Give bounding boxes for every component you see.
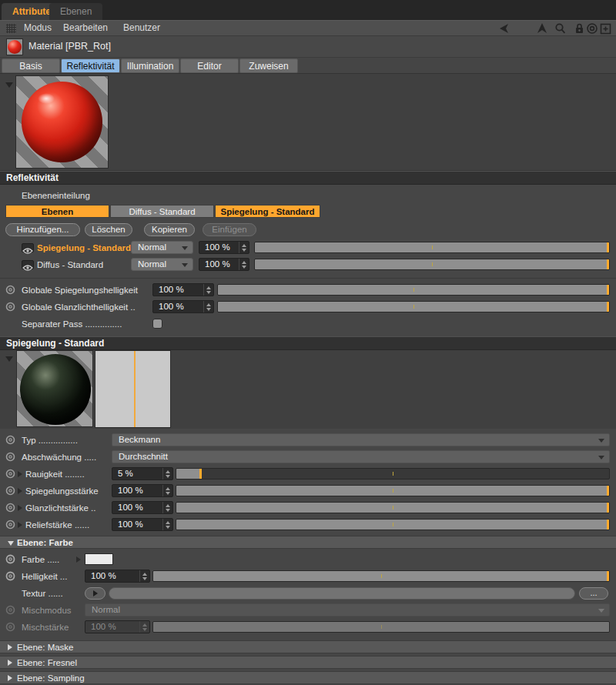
stepper-arrows-icon[interactable] — [162, 502, 172, 513]
tab-ebenen[interactable]: Ebenen — [49, 3, 102, 20]
blend-mode-dropdown[interactable]: Normal — [131, 241, 193, 254]
material-preview-image[interactable] — [15, 75, 109, 169]
expand-arrow-icon[interactable] — [18, 471, 22, 477]
keyframe-dot-icon[interactable] — [5, 486, 15, 496]
segment-diffus[interactable]: Diffus - Standard — [110, 205, 214, 218]
expand-arrow-icon[interactable] — [18, 505, 22, 511]
texture-browse-button[interactable]: ... — [579, 587, 608, 600]
tab-editor[interactable]: Editor — [180, 58, 239, 73]
blend-strength-slider[interactable] — [152, 621, 610, 633]
color-swatch[interactable] — [85, 553, 113, 565]
paste-layer-button[interactable]: Einfügen — [203, 223, 256, 236]
layer-opacity-stepper[interactable]: 100 % — [199, 258, 249, 271]
layer-name[interactable]: Diffus - Standard — [37, 259, 103, 271]
type-value: Beckmann — [119, 435, 160, 444]
stepper-arrows-icon[interactable] — [203, 301, 213, 312]
attenuation-dropdown[interactable]: Durchschnitt — [112, 450, 610, 463]
section-ebene-maske[interactable]: Ebene: Maske — [0, 640, 616, 653]
global-specular-slider[interactable] — [217, 284, 610, 296]
highlight-strength-stepper[interactable]: 100 % — [112, 501, 173, 514]
layer-opacity-slider[interactable] — [254, 259, 610, 270]
back-arrow-icon[interactable] — [497, 22, 511, 38]
stepper-arrows-icon[interactable] — [162, 485, 172, 496]
blend-mode-dropdown[interactable]: Normal — [131, 258, 193, 271]
blend-mode-value: Normal — [138, 242, 166, 252]
keyframe-dot-icon[interactable] — [5, 622, 15, 632]
keyframe-dot-icon[interactable] — [5, 605, 15, 615]
specular-strength-stepper[interactable]: 100 % — [112, 484, 173, 497]
attribute-manager-panel: Attribute Ebenen Modus Bearbeiten Benutz… — [0, 0, 616, 685]
keyframe-dot-icon[interactable] — [5, 520, 15, 530]
bump-strength-stepper[interactable]: 100 % — [112, 518, 173, 531]
keyframe-dot-icon[interactable] — [5, 571, 15, 581]
keyframe-dot-icon[interactable] — [5, 302, 15, 312]
roughness-value: 5 % — [118, 469, 133, 478]
add-box-icon[interactable] — [600, 22, 611, 38]
texture-path-field[interactable] — [109, 587, 575, 600]
add-layer-button[interactable]: Hinzufügen... — [5, 223, 80, 236]
bump-strength-row: Reliefstärke ...... 100 % — [0, 516, 616, 533]
forward-arrow-icon[interactable] — [537, 22, 547, 38]
menu-bearbeiten[interactable]: Bearbeiten — [63, 21, 108, 35]
target-icon[interactable] — [586, 22, 598, 38]
tab-illumination[interactable]: Illumination — [121, 58, 179, 73]
global-highlight-stepper[interactable]: 100 % — [152, 300, 214, 313]
stepper-arrows-icon[interactable] — [162, 468, 172, 480]
menu-modus[interactable]: Modus — [24, 21, 52, 35]
separate-pass-checkbox[interactable] — [152, 319, 162, 329]
highlight-strength-slider[interactable] — [176, 502, 610, 513]
type-label: Typ ................ — [22, 434, 78, 446]
section-ebene-farbe[interactable]: Ebene: Farbe — [0, 536, 616, 549]
segment-ebenen[interactable]: Ebenen — [5, 205, 109, 218]
stepper-arrows-icon[interactable] — [203, 284, 213, 296]
brightness-slider[interactable] — [152, 570, 610, 582]
stepper-arrows-icon[interactable] — [239, 259, 249, 270]
section-ebene-fresnel[interactable]: Ebene: Fresnel — [0, 656, 616, 669]
layer-visibility-eye-icon[interactable] — [22, 243, 34, 252]
delete-layer-button[interactable]: Löschen — [85, 223, 132, 236]
specular-preview-image[interactable] — [16, 350, 93, 427]
layer-name[interactable]: Spiegelung - Standard — [37, 242, 131, 254]
texture-menu-button[interactable] — [85, 587, 105, 600]
roughness-stepper[interactable]: 5 % — [112, 467, 173, 480]
color-row: Farbe ..... — [0, 551, 616, 568]
preview-collapse-icon[interactable] — [5, 356, 13, 362]
type-dropdown[interactable]: Beckmann — [112, 433, 610, 446]
lock-icon[interactable] — [574, 22, 584, 38]
copy-layer-button[interactable]: Kopieren — [144, 223, 195, 236]
preview-collapse-icon[interactable] — [5, 82, 13, 88]
stepper-arrows-icon[interactable] — [139, 570, 149, 582]
blend-strength-stepper[interactable]: 100 % — [85, 620, 150, 633]
segment-spiegelung[interactable]: Spiegelung - Standard — [215, 205, 320, 218]
window-tab-bar: Attribute Ebenen — [0, 0, 616, 20]
keyframe-dot-icon[interactable] — [5, 435, 15, 445]
global-specular-stepper[interactable]: 100 % — [152, 283, 214, 296]
section-ebene-sampling[interactable]: Ebene: Sampling — [0, 671, 616, 684]
menu-benutzer[interactable]: Benutzer — [123, 21, 160, 35]
layer-opacity-slider[interactable] — [254, 242, 610, 253]
bump-strength-slider[interactable] — [176, 519, 610, 530]
roughness-slider[interactable] — [176, 468, 610, 480]
search-icon[interactable] — [554, 22, 566, 38]
keyframe-dot-icon[interactable] — [5, 554, 15, 564]
brightness-stepper[interactable]: 100 % — [85, 570, 150, 583]
grip-icon[interactable] — [6, 24, 16, 33]
keyframe-dot-icon[interactable] — [5, 285, 15, 295]
tab-reflektivitaet[interactable]: Reflektivität — [61, 58, 120, 73]
expand-arrow-icon[interactable] — [18, 522, 22, 528]
keyframe-dot-icon[interactable] — [5, 452, 15, 462]
tab-zuweisen[interactable]: Zuweisen — [239, 58, 298, 73]
expand-arrow-icon[interactable] — [18, 488, 22, 494]
blend-mode-dropdown[interactable]: Normal — [85, 603, 610, 616]
expand-arrow-icon[interactable] — [76, 556, 81, 563]
stepper-arrows-icon[interactable] — [162, 519, 172, 530]
tab-basis[interactable]: Basis — [2, 58, 60, 73]
distribution-curve-panel[interactable] — [95, 350, 171, 428]
layer-visibility-eye-icon[interactable] — [22, 260, 34, 269]
stepper-arrows-icon[interactable] — [239, 242, 249, 253]
specular-strength-slider[interactable] — [176, 485, 610, 496]
global-highlight-slider[interactable] — [217, 301, 610, 312]
layer-opacity-stepper[interactable]: 100 % — [199, 241, 249, 254]
keyframe-dot-icon[interactable] — [5, 503, 15, 513]
keyframe-dot-icon[interactable] — [5, 469, 15, 479]
